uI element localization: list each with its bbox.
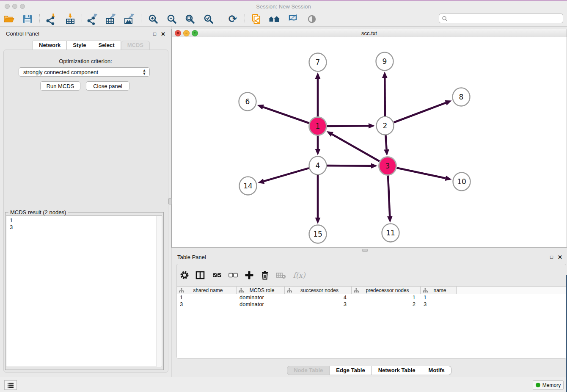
home-button[interactable] — [268, 13, 281, 25]
tab-motifs[interactable]: Motifs — [422, 366, 451, 375]
network-graph[interactable]: 7968124314101511 — [172, 37, 567, 247]
run-mcds-button[interactable]: Run MCDS — [40, 81, 80, 91]
table-row-1[interactable]: 1dominator411 — [177, 294, 566, 301]
close-panel-button[interactable]: Close panel — [86, 81, 129, 91]
style-preview-button[interactable] — [286, 13, 299, 25]
table-toolbar: f(x) — [177, 264, 566, 286]
horizontal-splitter-handle[interactable] — [362, 249, 368, 252]
node-label-3: 3 — [385, 162, 390, 170]
cell-name[interactable]: 3 — [421, 301, 457, 308]
frame-maximize-button[interactable]: + — [192, 30, 198, 36]
delete-table-button[interactable] — [275, 269, 287, 281]
tab-network-table[interactable]: Network Table — [372, 366, 422, 375]
mcds-result-line: 1 — [10, 217, 13, 224]
node-label-10: 10 — [457, 177, 466, 186]
export-table-button[interactable] — [104, 13, 117, 25]
edge-2-9[interactable] — [385, 78, 385, 116]
table-settings-button[interactable] — [179, 269, 190, 281]
import-table-button[interactable] — [64, 13, 77, 25]
edge-arrowhead — [315, 218, 321, 224]
import-network-icon — [45, 13, 57, 25]
node-label-15: 15 — [313, 230, 322, 238]
cell-MCDS-role[interactable]: dominator — [237, 301, 285, 308]
column-header-MCDS-role[interactable]: MCDS role — [237, 287, 285, 294]
cell-predecessor-nodes[interactable]: 1 — [352, 294, 421, 301]
control-panel-title: Control Panel — [6, 30, 39, 37]
edge-arrowhead — [445, 176, 452, 181]
control-panel-close-button[interactable]: ✕ — [161, 31, 165, 37]
edge-2-8[interactable] — [394, 103, 446, 122]
show-column-panel-button[interactable] — [194, 269, 206, 281]
table-panel-close-button[interactable]: ✕ — [558, 254, 562, 260]
table-row-2[interactable]: 3dominator323 — [177, 301, 566, 308]
edge-1-2[interactable] — [327, 126, 369, 126]
add-column-button[interactable] — [243, 269, 255, 281]
zoom-out-button[interactable] — [165, 13, 178, 25]
plus-icon — [244, 270, 254, 280]
save-session-button[interactable] — [21, 13, 34, 25]
fx-icon: f(x) — [293, 271, 305, 279]
edge-3-1[interactable] — [332, 134, 380, 161]
zoom-fit-icon — [184, 13, 196, 25]
export-network-icon — [86, 13, 98, 25]
export-network-button[interactable] — [86, 13, 99, 25]
edge-4-14[interactable] — [264, 168, 308, 181]
zoom-in-button[interactable] — [147, 13, 160, 25]
control-panel-float-button[interactable]: □ — [153, 31, 156, 36]
tab-mcds[interactable]: MCDS — [121, 41, 150, 50]
export-image-button[interactable] — [123, 13, 135, 25]
import-network-button[interactable] — [45, 13, 58, 25]
tab-style[interactable]: Style — [67, 41, 92, 50]
zoom-selected-button[interactable] — [202, 13, 215, 25]
cell-successor-nodes[interactable]: 3 — [285, 301, 352, 308]
tab-edge-table[interactable]: Edge Table — [330, 366, 372, 375]
column-header-name[interactable]: name — [421, 287, 457, 294]
select-all-columns-button[interactable] — [211, 269, 223, 281]
column-header-predecessor-nodes[interactable]: predecessor nodes — [352, 287, 421, 294]
cell-predecessor-nodes[interactable]: 2 — [352, 301, 421, 308]
duplicate-network-button[interactable] — [250, 13, 262, 25]
task-history-button[interactable] — [4, 380, 17, 390]
edge-3-11[interactable] — [388, 175, 390, 216]
edge-3-10[interactable] — [397, 168, 446, 178]
search-input[interactable] — [448, 14, 563, 22]
cell-shared-name[interactable]: 1 — [177, 294, 237, 301]
function-builder-button[interactable]: f(x) — [291, 269, 308, 281]
zoom-fit-button[interactable] — [184, 13, 196, 25]
edge-arrowhead — [315, 72, 321, 79]
cell-successor-nodes[interactable]: 4 — [285, 294, 352, 301]
cell-shared-name[interactable]: 3 — [177, 301, 237, 308]
edge-arrowhead — [315, 149, 321, 155]
trash-icon — [260, 270, 270, 280]
show-hide-button[interactable] — [306, 13, 318, 25]
column-header-shared-name[interactable]: shared name — [177, 287, 237, 294]
frame-minimize-button[interactable]: − — [183, 30, 190, 36]
deselect-all-columns-button[interactable] — [227, 269, 239, 281]
column-function-icon — [179, 288, 184, 293]
toolbar-separator — [39, 14, 40, 24]
edge-1-6[interactable] — [263, 107, 309, 123]
node-label-11: 11 — [386, 229, 395, 237]
network-canvas[interactable]: 7968124314101511 — [172, 37, 567, 247]
tab-network[interactable]: Network — [33, 41, 67, 50]
network-frame-titlebar[interactable]: scc.txt ✕ − + — [172, 29, 567, 37]
delete-column-button[interactable] — [259, 269, 271, 281]
result-scrollbar[interactable] — [156, 216, 161, 367]
frame-close-button[interactable]: ✕ — [175, 30, 181, 36]
mcds-result-textarea[interactable]: 13 — [6, 215, 162, 367]
search-box[interactable] — [439, 14, 563, 23]
tab-select[interactable]: Select — [92, 41, 121, 50]
edge-2-3[interactable] — [385, 135, 386, 149]
tab-node-table[interactable]: Node Table — [287, 366, 330, 375]
node-label-4: 4 — [316, 161, 320, 170]
table-panel-float-button[interactable]: □ — [550, 254, 553, 259]
cell-MCDS-role[interactable]: dominator — [237, 294, 285, 301]
column-header-successor-nodes[interactable]: successor nodes — [285, 287, 352, 294]
cell-name[interactable]: 1 — [421, 294, 457, 301]
refresh-view-button[interactable]: ⟳ — [226, 13, 239, 25]
open-session-button[interactable] — [3, 13, 15, 25]
memory-button[interactable]: Memory — [533, 380, 564, 390]
node-label-1: 1 — [316, 122, 320, 130]
criterion-select[interactable]: strongly connected component ▲▼ — [19, 67, 150, 77]
edge-4-3[interactable] — [327, 166, 371, 166]
